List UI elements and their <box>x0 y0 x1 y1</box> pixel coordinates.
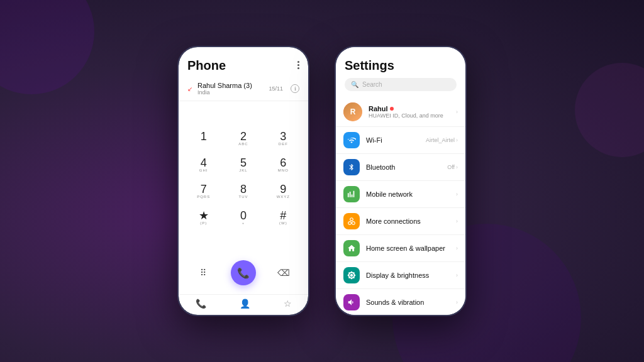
phone-bottom-nav: 📞 👤 ☆ <box>179 294 308 315</box>
dial-key-2[interactable]: 2 ABC <box>225 127 262 151</box>
bluetooth-chevron: › <box>456 164 458 170</box>
phones-container: Phone ↙ Rahul Sharma (3) India 15/11 <box>177 46 467 316</box>
call-button[interactable]: 📞 <box>231 260 256 285</box>
settings-search-bar[interactable]: 🔍 Search <box>345 78 457 91</box>
settings-list: R Rahul HUAWEI ID, Cloud, and more › <box>336 97 465 315</box>
avatar: R <box>343 102 362 121</box>
settings-item-home-screen[interactable]: Home screen & wallpaper › <box>336 235 465 262</box>
settings-title: Settings <box>345 58 457 73</box>
display-label: Display & brightness <box>366 272 450 279</box>
home-screen-content: Home screen & wallpaper <box>366 244 450 252</box>
mobile-network-right: › <box>456 191 458 197</box>
settings-item-mobile-network[interactable]: Mobile network › <box>336 181 465 208</box>
wifi-icon <box>343 132 360 148</box>
dialpad: 1 2 ABC 3 DEF 4 GHI <box>179 101 308 255</box>
profile-content: Rahul HUAWEI ID, Cloud, and more <box>369 105 450 119</box>
dial-key-3[interactable]: 3 DEF <box>265 127 302 151</box>
sounds-right: › <box>456 299 458 305</box>
sounds-icon <box>343 294 360 310</box>
display-right: › <box>456 272 458 278</box>
dialer-header: Phone <box>179 47 308 77</box>
search-placeholder: Search <box>362 81 382 88</box>
more-connections-label: More connections <box>366 217 450 225</box>
wifi-label: Wi-Fi <box>366 136 419 144</box>
dialpad-icon[interactable]: ⠿ <box>194 264 212 282</box>
settings-item-bluetooth[interactable]: Bluetooth Off › <box>336 154 465 181</box>
wifi-content: Wi-Fi <box>366 136 419 144</box>
notification-dot <box>390 107 394 111</box>
missed-call-icon: ↙ <box>187 85 192 92</box>
dial-key-4[interactable]: 4 GHI <box>185 153 222 177</box>
mobile-network-chevron: › <box>456 191 458 197</box>
wifi-value: Airtel_Airtel <box>426 137 455 143</box>
profile-item[interactable]: R Rahul HUAWEI ID, Cloud, and more › <box>336 97 465 127</box>
dial-key-5[interactable]: 5 JKL <box>225 153 262 177</box>
settings-item-sounds[interactable]: Sounds & vibration › <box>336 289 465 315</box>
settings-header: Settings 🔍 Search <box>336 47 465 97</box>
home-screen-right: › <box>456 245 458 251</box>
delete-button[interactable]: ⌫ <box>275 264 292 282</box>
dialer-actions: ⠿ 📞 ⌫ <box>179 255 308 294</box>
phone-dialer: Phone ↙ Rahul Sharma (3) India 15/11 <box>177 46 309 316</box>
more-connections-icon <box>343 213 360 229</box>
dial-key-hash[interactable]: # (W) <box>265 206 302 230</box>
dial-key-8[interactable]: 8 TUV <box>225 180 262 204</box>
call-info-button[interactable]: ℹ <box>291 84 299 93</box>
wifi-chevron: › <box>456 137 458 143</box>
dial-key-6[interactable]: 6 MNO <box>265 153 302 177</box>
sounds-content: Sounds & vibration <box>366 299 450 306</box>
dialer-screen: Phone ↙ Rahul Sharma (3) India 15/11 <box>179 47 308 315</box>
more-connections-chevron: › <box>456 218 458 224</box>
bluetooth-content: Bluetooth <box>366 163 441 171</box>
display-content: Display & brightness <box>366 272 450 279</box>
settings-item-display[interactable]: Display & brightness › <box>336 262 465 289</box>
mobile-network-label: Mobile network <box>366 190 450 198</box>
bluetooth-value: Off <box>447 164 455 170</box>
profile-name: Rahul <box>369 105 450 112</box>
settings-item-wifi[interactable]: Wi-Fi Airtel_Airtel › <box>336 127 465 154</box>
dot3 <box>297 67 299 69</box>
dial-key-1[interactable]: 1 <box>185 127 222 151</box>
sounds-chevron: › <box>456 299 458 305</box>
bluetooth-right: Off › <box>447 164 458 170</box>
recent-call-item[interactable]: ↙ Rahul Sharma (3) India 15/11 ℹ <box>179 77 308 101</box>
dial-key-0[interactable]: 0 + <box>225 206 262 230</box>
bluetooth-label: Bluetooth <box>366 163 441 171</box>
bluetooth-icon <box>343 159 360 175</box>
nav-contacts-icon[interactable]: 👤 <box>240 299 250 309</box>
dial-key-7[interactable]: 7 PQRS <box>185 180 222 204</box>
call-info: Rahul Sharma (3) India <box>197 82 264 96</box>
call-location: India <box>197 89 264 96</box>
call-count: 15/11 <box>269 85 283 92</box>
settings-screen: Settings 🔍 Search R <box>336 47 465 315</box>
dialer-title: Phone <box>187 58 226 73</box>
more-connections-content: More connections <box>366 217 450 225</box>
home-screen-icon <box>343 240 360 256</box>
nav-phone-icon[interactable]: 📞 <box>196 299 206 309</box>
display-chevron: › <box>456 272 458 278</box>
nav-favorites-icon[interactable]: ☆ <box>284 299 292 309</box>
chevron-right-icon: › <box>456 109 458 115</box>
dial-key-9[interactable]: 9 WXYZ <box>265 180 302 204</box>
more-connections-right: › <box>456 218 458 224</box>
mobile-network-icon <box>343 186 360 202</box>
profile-subtitle: HUAWEI ID, Cloud, and more <box>369 112 450 119</box>
dot1 <box>297 61 299 63</box>
call-name: Rahul Sharma (3) <box>197 82 264 89</box>
home-screen-chevron: › <box>456 245 458 251</box>
wifi-right: Airtel_Airtel › <box>426 137 458 143</box>
dot2 <box>297 64 299 66</box>
dial-key-star[interactable]: ★ (P) <box>185 206 222 230</box>
more-options-button[interactable] <box>297 58 299 69</box>
phone-settings: Settings 🔍 Search R <box>335 46 467 316</box>
display-icon <box>343 267 360 283</box>
dialpad-grid: 1 2 ABC 3 DEF 4 GHI <box>185 127 302 230</box>
sounds-label: Sounds & vibration <box>366 299 450 306</box>
settings-item-more-connections[interactable]: More connections › <box>336 208 465 235</box>
mobile-network-content: Mobile network <box>366 190 450 198</box>
search-icon: 🔍 <box>351 81 358 88</box>
home-screen-label: Home screen & wallpaper <box>366 244 450 252</box>
